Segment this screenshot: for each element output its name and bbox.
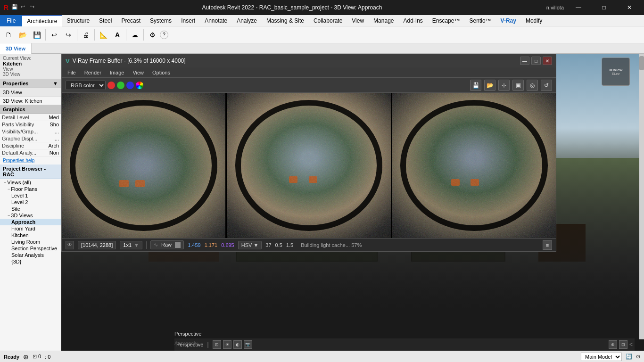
redo-btn[interactable]: ↪ [62,28,75,41]
discipline-row: Discipline Arch [0,142,61,149]
vray-save-btn[interactable]: 💾 [470,80,481,91]
properties-panel-header[interactable]: Properties ▼ [0,79,61,88]
view-cube-btn[interactable]: ⊡ [213,340,221,349]
vray-close-btn[interactable]: ✕ [543,57,552,65]
vray-select-btn[interactable]: ⊹ [498,80,510,91]
file-tab[interactable]: File [0,15,22,26]
vray-color-mode-select[interactable]: RGB color [66,81,106,90]
tab-systems[interactable]: Systems [145,15,176,26]
vray-raw-b: 0.695 [221,242,234,248]
save-btn[interactable]: 💾 [30,28,43,41]
tree-views-all[interactable]: − Views (all) [0,179,61,186]
tree-3d-views[interactable]: − 3D Views [0,212,61,219]
tree-level1[interactable]: Level 1 [0,192,61,199]
vray-hsv-select[interactable]: HSV ▼ [238,241,262,249]
render-btn[interactable]: 📷 [244,340,252,349]
minimize-button[interactable]: — [568,0,589,15]
zoom-fit-btn[interactable]: ⊡ [619,340,627,349]
viewport-nav-cube[interactable]: 3DView ELev [602,58,630,86]
vray-color-blue[interactable] [126,82,134,89]
vray-load-btn[interactable]: 📂 [484,80,495,91]
tab-annotate[interactable]: Annotate [200,15,232,26]
noise-3 [392,93,556,238]
maximize-button[interactable]: □ [593,0,615,15]
properties-help-link[interactable]: Properties help [0,156,61,165]
undo-icon[interactable]: ↩ [21,4,28,11]
main-scrollbar-v[interactable] [639,54,644,339]
tree-level2[interactable]: Level 2 [0,199,61,206]
redo-icon[interactable]: ↪ [30,4,38,11]
vray-color-red[interactable] [107,82,115,89]
vray-lens-btn[interactable]: ◎ [527,80,538,91]
sun-path-btn[interactable]: ☀ [223,340,231,349]
vray-history-btn[interactable]: ↺ [541,80,552,91]
pixel-size-dropdown: ▼ [134,242,139,248]
tree-floor-plans[interactable]: − Floor Plans [0,186,61,192]
tab-sentio[interactable]: Sentio™ [465,15,496,26]
vray-menu-options[interactable]: Options [149,69,174,76]
new-btn[interactable]: 🗋 [2,28,15,41]
vray-eyedropper-icon[interactable]: 👁 [66,241,74,249]
ribbon-content-3dview[interactable]: 3D View [0,43,32,54]
vray-color-wheel[interactable] [136,82,143,89]
tab-insert[interactable]: Insert [176,15,200,26]
vray-split-btn[interactable]: ▣ [512,80,524,91]
vray-pixel-size[interactable]: 1x1 ▼ [120,241,142,249]
close-button[interactable]: ✕ [619,0,640,15]
tab-analyze[interactable]: Analyze [232,15,262,26]
vray-menu-render[interactable]: Render [81,69,105,76]
status-sep1 [146,241,147,249]
tab-architecture[interactable]: Architecture [22,15,62,26]
vray-canvas[interactable] [62,93,556,238]
visibility-row[interactable]: Visibility/Grap... ... [0,128,61,135]
ribbon-tabs: File Architecture Structure Steel Precas… [0,15,644,26]
shadow-btn[interactable]: ◐ [233,340,242,349]
tree-approach[interactable]: Approach [0,219,61,225]
tab-structure[interactable]: Structure [62,15,94,26]
quick-access-icon[interactable]: 💾 [11,4,19,11]
tab-precast[interactable]: Precast [116,15,145,26]
vray-menu-image[interactable]: Image [106,69,128,76]
open-btn[interactable]: 📂 [16,28,29,41]
tab-addins[interactable]: Add-Ins [398,15,427,26]
tree-kitchen[interactable]: Kitchen [0,232,61,239]
settings-btn[interactable]: ⚙ [146,28,159,41]
tree-living-room[interactable]: Living Room [0,239,61,245]
model-selector[interactable]: Main Model [581,353,622,361]
text-btn[interactable]: A [111,28,124,41]
vray-minimize-btn[interactable]: — [520,57,529,65]
tab-enscape[interactable]: Enscape™ [428,15,465,26]
undo-btn[interactable]: ↩ [48,28,61,41]
tab-collaborate[interactable]: Collaborate [309,15,347,26]
measure-btn[interactable]: 📐 [97,28,110,41]
graphic-display-row[interactable]: Graphic Displ... ... [0,135,61,142]
tab-steel[interactable]: Steel [94,15,116,26]
vray-raw-r: 1.459 [188,242,201,248]
vray-maximize-btn[interactable]: □ [531,57,541,65]
tree-from-yard[interactable]: From Yard [0,225,61,232]
tree-site[interactable]: Site [0,206,61,212]
tab-view[interactable]: View [347,15,369,26]
vray-menu-file[interactable]: File [64,69,80,76]
help-btn[interactable]: ? [160,31,168,39]
print-btn[interactable]: 🖨 [79,28,92,41]
tree-section-perspective[interactable]: Section Perspective [0,245,61,252]
tab-modify[interactable]: Modify [521,15,547,26]
graphics-header[interactable]: Graphics [0,105,61,114]
vray-raw-mode[interactable]: ∿ Raw [150,240,184,249]
zoom-btn[interactable]: ⊕ [609,340,617,349]
tab-manage[interactable]: Manage [369,15,398,26]
vray-pick-btn[interactable]: 👁 [66,241,74,249]
vray-hsv-s: 0.5 [275,242,282,248]
vray-status-menu-btn[interactable]: ≡ [543,240,552,250]
tree-3d-default[interactable]: {3D} [0,258,61,265]
tab-massing[interactable]: Massing & Site [262,15,309,26]
noise-2 [227,93,390,238]
vray-titlebar[interactable]: V V-Ray Frame Buffer - [6.3% of 16000 x … [62,54,556,67]
hsv-dropdown-icon: ▼ [253,242,258,248]
vray-color-green[interactable] [117,82,124,89]
tab-vray[interactable]: V-Ray [496,15,521,26]
tree-solar-analysis[interactable]: Solar Analysis [0,252,61,258]
vray-menu-view[interactable]: View [129,69,148,76]
cloud-btn[interactable]: ☁ [128,28,141,41]
